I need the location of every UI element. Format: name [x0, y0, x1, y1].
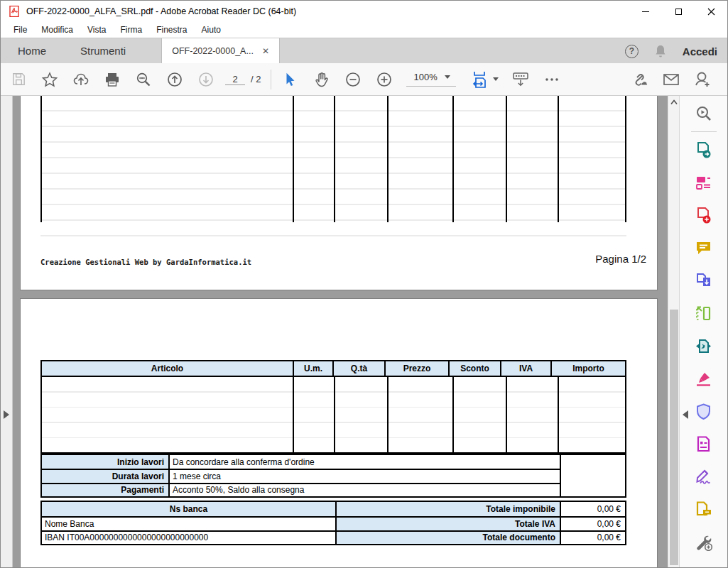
expand-left-panel-icon[interactable] [4, 410, 9, 419]
notifications-bell-icon[interactable] [654, 44, 667, 58]
menu-firma[interactable]: Firma [114, 25, 150, 35]
page1-column-line [452, 96, 454, 222]
close-button[interactable] [695, 1, 727, 22]
comment-tool-button[interactable] [688, 231, 720, 264]
organize-pages-tool-button[interactable] [688, 297, 720, 329]
document-comment-icon [695, 501, 712, 518]
page1-column-line [558, 96, 559, 222]
zoom-level-dropdown[interactable]: 100% [406, 72, 455, 87]
search-icon [135, 71, 152, 88]
info-value: Da concordare alla conferma d'ordine [170, 455, 560, 469]
page-total-label: / 2 [251, 74, 261, 84]
column-header-articolo: Articolo [42, 361, 293, 376]
vertical-scrollbar[interactable] [668, 96, 679, 568]
info-value: 1 mese circa [170, 469, 560, 482]
bank-name: Nome Banca [42, 516, 337, 530]
main-toolbar: / 2 100% [1, 63, 727, 96]
menu-aiuto[interactable]: Aiuto [195, 25, 228, 35]
create-pdf-tool-button[interactable] [688, 199, 720, 231]
toolbar-separator [271, 70, 271, 89]
star-favorites-button[interactable] [36, 65, 63, 94]
person-add-icon [693, 70, 712, 89]
items-table-header: Articolo U.m. Q.tà Prezzo Sconto IVA Imp… [40, 360, 626, 377]
scroll-up-icon[interactable] [670, 99, 678, 105]
sign-in-button[interactable]: Accedi [683, 45, 717, 58]
column-header-prezzo: Prezzo [384, 361, 448, 376]
menu-bar: File Modifica Vista Firma Finestra Aiuto [1, 22, 727, 38]
menu-file[interactable]: File [6, 25, 34, 35]
page1-column-line [334, 96, 335, 222]
edit-pdf-tool-button[interactable] [688, 166, 720, 199]
more-tools-button[interactable] [688, 525, 720, 558]
acrobat-window: OFF-2022-0000_ALFA_SRL.pdf - Adobe Acrob… [0, 0, 728, 568]
scrolling-pages-icon [511, 70, 530, 89]
export-pdf-tool-button[interactable] [688, 133, 720, 166]
totals-section: Ns banca Totale imponibile 0,00 € Nome B… [40, 501, 626, 545]
redact-marker-icon [695, 370, 712, 388]
bank-iban: IBAN IT00A0000000000000000000000000 [42, 530, 337, 545]
fill-sign-profile-button[interactable] [689, 65, 716, 94]
menu-vista[interactable]: Vista [80, 25, 113, 35]
save-button[interactable] [5, 65, 32, 94]
prepare-form-tool-button[interactable] [688, 427, 720, 460]
export-pdf-icon [695, 141, 712, 159]
menu-modifica[interactable]: Modifica [34, 25, 80, 35]
tab-close-icon[interactable]: ✕ [262, 46, 269, 56]
help-icon[interactable]: ? [625, 45, 639, 58]
fit-width-button[interactable] [466, 65, 503, 94]
page-number-input[interactable] [225, 74, 245, 85]
compress-pdf-icon [695, 337, 712, 355]
page2-column-line [387, 377, 389, 452]
scrollbar-thumb[interactable] [670, 310, 678, 565]
page1-column-line [293, 96, 294, 222]
redact-tool-button[interactable] [688, 362, 720, 395]
fit-width-icon [469, 70, 489, 89]
zoom-search-icon [695, 104, 713, 123]
page1-column-line [387, 96, 389, 222]
create-pdf-icon [695, 207, 712, 224]
cloud-upload-icon [72, 71, 89, 88]
minimize-button[interactable] [629, 1, 662, 22]
pdf-page-1: Creazione Gestionali Web by GardaInforma… [20, 96, 658, 290]
page-display-button[interactable] [507, 65, 534, 94]
document-viewer[interactable]: Creazione Gestionali Web by GardaInforma… [13, 96, 668, 568]
next-page-button[interactable] [192, 65, 219, 94]
tab-home[interactable]: Home [1, 38, 63, 63]
window-title: OFF-2022-0000_ALFA_SRL.pdf - Adobe Acrob… [26, 6, 296, 16]
combine-files-icon [695, 272, 712, 290]
pdf-page-2: Articolo U.m. Q.tà Prezzo Sconto IVA Imp… [20, 298, 658, 568]
maximize-button[interactable] [662, 1, 695, 22]
marquee-zoom-tool-button[interactable] [688, 97, 720, 130]
page1-footer-page-number: Pagina 1/2 [595, 253, 646, 265]
page1-column-line [506, 96, 507, 222]
shield-icon [695, 403, 712, 420]
share-upload-button[interactable] [67, 65, 94, 94]
info-label: Durata lavori [42, 469, 170, 482]
more-toolbar-options-button[interactable] [538, 65, 565, 94]
select-tool-button[interactable] [277, 65, 304, 94]
column-header-sconto: Sconto [448, 361, 500, 376]
protect-tool-button[interactable] [688, 395, 720, 427]
arrow-up-circle-icon [166, 71, 183, 88]
print-button[interactable] [99, 65, 126, 94]
info-value: Acconto 50%, Saldo alla consegna [170, 483, 560, 496]
tab-document[interactable]: OFF-2022-0000_A... ✕ [161, 38, 280, 63]
share-link-button[interactable] [626, 65, 653, 94]
zoom-out-button[interactable] [339, 65, 366, 94]
zoom-in-button[interactable] [371, 65, 398, 94]
hand-tool-button[interactable] [308, 65, 335, 94]
info-right-empty-cell [560, 455, 625, 496]
compress-pdf-tool-button[interactable] [688, 329, 720, 362]
left-panel-strip[interactable] [1, 96, 13, 568]
combine-files-tool-button[interactable] [688, 264, 720, 297]
menu-finestra[interactable]: Finestra [149, 25, 194, 35]
send-for-comments-tool-button[interactable] [688, 493, 720, 525]
email-button[interactable] [658, 65, 685, 94]
info-label: Inizio lavori [42, 455, 170, 469]
search-button[interactable] [130, 65, 157, 94]
column-header-importo: Importo [550, 361, 625, 376]
workspace: Creazione Gestionali Web by GardaInforma… [1, 96, 727, 568]
previous-page-button[interactable] [161, 65, 188, 94]
tab-strumenti[interactable]: Strumenti [63, 38, 143, 63]
fill-sign-tool-button[interactable] [688, 460, 720, 493]
